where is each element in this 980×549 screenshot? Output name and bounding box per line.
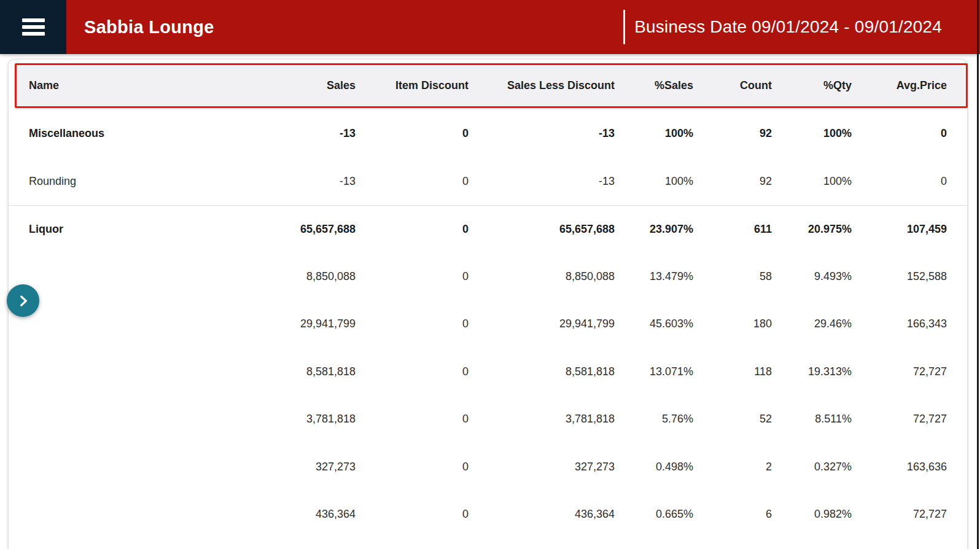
- cell-avg-price: 166,343: [852, 317, 947, 330]
- app-bar: Sabbia Lounge Business Date 09/01/2024 -…: [0, 0, 980, 54]
- cell-sales-less-discount: 8,581,818: [469, 365, 615, 378]
- cell-sales-less-discount: 3,781,818: [469, 413, 615, 426]
- column-header-sales-less-discount[interactable]: Sales Less Discount: [469, 79, 615, 92]
- cell-count: 92: [693, 127, 772, 140]
- column-header-item-discount[interactable]: Item Discount: [356, 79, 469, 92]
- cell-sales-less-discount: -13: [469, 175, 615, 188]
- business-date-area: Business Date 09/01/2024 - 09/01/2024: [623, 0, 980, 54]
- cell-sales: 8,850,088: [230, 270, 356, 283]
- table-header-row: Name Sales Item Discount Sales Less Disc…: [9, 60, 967, 110]
- business-date-label[interactable]: Business Date 09/01/2024 - 09/01/2024: [634, 17, 942, 37]
- cell-pct-sales: 13.479%: [615, 270, 693, 283]
- cell-item-discount: 0: [356, 127, 469, 140]
- cell-pct-sales: 0.665%: [615, 508, 693, 521]
- cell-avg-price: 72,727: [852, 413, 947, 426]
- column-header-pct-sales[interactable]: %Sales: [615, 79, 693, 92]
- cell-avg-price: 72,727: [852, 365, 947, 378]
- cell-avg-price: 152,588: [852, 270, 947, 283]
- table-row[interactable]: Liquor65,657,688065,657,68823.907%61120.…: [9, 205, 967, 253]
- cell-sales: 65,657,688: [230, 223, 356, 236]
- cell-item-discount: 0: [356, 461, 469, 473]
- cell-name: Miscellaneous: [29, 127, 230, 140]
- title-area: Sabbia Lounge: [66, 0, 623, 54]
- cell-count: 52: [693, 413, 772, 426]
- cell-sales: 8,581,818: [230, 365, 356, 378]
- cell-sales: -13: [230, 127, 356, 140]
- expand-panel-button[interactable]: [7, 284, 39, 317]
- column-header-sales[interactable]: Sales: [230, 79, 356, 92]
- cell-item-discount: 0: [356, 413, 469, 426]
- column-header-avg-price[interactable]: Avg.Price: [852, 79, 947, 92]
- cell-name: Rounding: [29, 175, 230, 188]
- cell-pct-qty: 100%: [772, 127, 852, 140]
- table-row[interactable]: 436,3640436,3640.665%60.982%72,727: [9, 491, 967, 539]
- cell-pct-qty: 100%: [772, 175, 852, 188]
- table-row[interactable]: 3,781,81803,781,8185.76%528.511%72,727: [9, 395, 967, 443]
- table-row[interactable]: Miscellaneous-130-13100%92100%0: [9, 110, 967, 158]
- page-title: Sabbia Lounge: [84, 17, 214, 37]
- cell-item-discount: 0: [356, 223, 469, 236]
- cell-pct-qty: 8.511%: [772, 413, 852, 426]
- cell-sales: 3,781,818: [230, 413, 356, 426]
- cell-item-discount: 0: [356, 270, 469, 283]
- cell-avg-price: 72,727: [852, 508, 947, 521]
- cell-item-discount: 0: [356, 175, 469, 188]
- cell-pct-qty: 19.313%: [772, 365, 852, 378]
- table-row[interactable]: 8,850,08808,850,08813.479%589.493%152,58…: [9, 253, 967, 301]
- cell-avg-price: 107,459: [852, 223, 947, 236]
- cell-item-discount: 0: [356, 365, 469, 378]
- cell-count: 180: [693, 317, 772, 330]
- cell-count: 6: [693, 508, 772, 521]
- column-header-count[interactable]: Count: [693, 79, 772, 92]
- table-row[interactable]: 8,581,81808,581,81813.071%11819.313%72,7…: [9, 348, 967, 396]
- cell-pct-sales: 0.498%: [615, 461, 693, 473]
- cell-avg-price: 0: [852, 127, 947, 140]
- cell-pct-qty: 20.975%: [772, 223, 852, 236]
- cell-sales-less-discount: 436,364: [469, 508, 615, 521]
- cell-sales: -13: [230, 175, 356, 188]
- cell-pct-qty: 0.982%: [772, 508, 852, 521]
- cell-sales-less-discount: 29,941,799: [469, 317, 615, 330]
- menu-icon: [22, 18, 45, 36]
- column-header-name[interactable]: Name: [29, 79, 230, 92]
- cell-sales-less-discount: 65,657,688: [469, 223, 615, 236]
- screen-edge-line: [977, 0, 979, 549]
- cell-avg-price: 0: [852, 175, 947, 188]
- sales-report-table: Name Sales Item Discount Sales Less Disc…: [8, 59, 968, 549]
- cell-count: 92: [693, 175, 772, 188]
- cell-pct-sales: 13.071%: [615, 365, 693, 378]
- table-row[interactable]: 327,2730327,2730.498%20.327%163,636: [9, 443, 967, 491]
- chevron-right-icon: [15, 293, 31, 309]
- cell-name: Liquor: [29, 223, 230, 236]
- cell-pct-qty: 0.327%: [772, 461, 852, 473]
- cell-sales: 327,273: [230, 461, 356, 473]
- cell-count: 118: [693, 365, 772, 378]
- cell-avg-price: 163,636: [852, 461, 947, 473]
- cell-pct-sales: 100%: [615, 175, 693, 188]
- cell-pct-sales: 45.603%: [615, 317, 693, 330]
- cell-sales-less-discount: -13: [469, 127, 615, 140]
- cell-pct-sales: 23.907%: [615, 223, 693, 236]
- cell-pct-sales: 100%: [615, 127, 693, 140]
- cell-sales-less-discount: 8,850,088: [469, 270, 615, 283]
- cell-sales: 29,941,799: [230, 317, 356, 330]
- column-header-pct-qty[interactable]: %Qty: [772, 79, 852, 92]
- header-divider: [623, 10, 625, 44]
- cell-pct-sales: 5.76%: [615, 413, 693, 426]
- cell-pct-qty: 29.46%: [772, 317, 852, 330]
- cell-count: 58: [693, 270, 772, 283]
- table-row[interactable]: 29,941,799029,941,79945.603%18029.46%166…: [9, 300, 967, 348]
- cell-pct-qty: 9.493%: [772, 270, 852, 283]
- menu-button[interactable]: [0, 0, 66, 54]
- cell-sales: 436,364: [230, 508, 356, 521]
- cell-item-discount: 0: [356, 508, 469, 521]
- cell-sales-less-discount: 327,273: [469, 461, 615, 473]
- cell-item-discount: 0: [356, 317, 469, 330]
- cell-count: 2: [693, 461, 772, 473]
- report-table-body: Miscellaneous-130-13100%92100%0Rounding-…: [9, 110, 967, 539]
- cell-count: 611: [693, 223, 772, 236]
- table-row[interactable]: Rounding-130-13100%92100%0: [9, 158, 967, 206]
